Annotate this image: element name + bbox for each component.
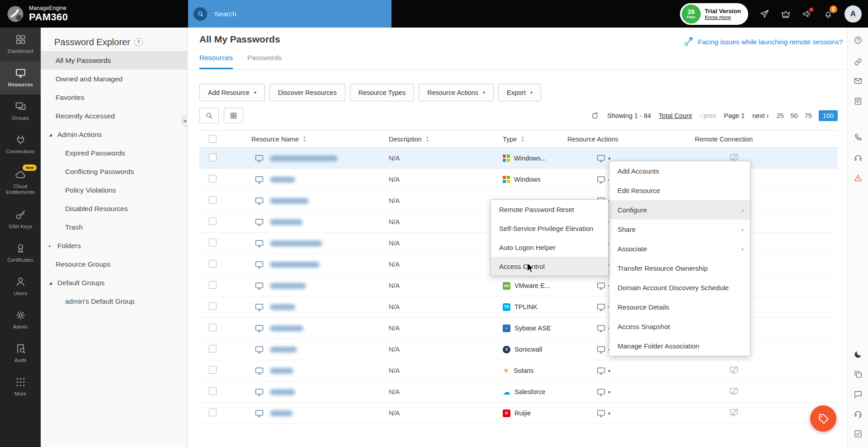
license-icon[interactable] [781,9,791,19]
tab-passwords[interactable]: Passwords [247,54,282,69]
row-checkbox[interactable] [209,154,217,161]
resource-name-redacted[interactable] [270,177,295,183]
notifications-icon[interactable]: 2 [823,9,833,19]
sidebar-item-folders[interactable]: ▸ Folders [41,236,187,255]
clipboard-icon[interactable] [854,97,863,106]
resource-actions-trigger[interactable]: ▾ [561,387,688,397]
resource-name-redacted[interactable] [270,304,295,310]
expand-triangle-icon[interactable]: ◢ [49,132,52,137]
resource-name-redacted[interactable] [270,347,297,353]
prev-page-button[interactable]: ‹prev [699,111,716,120]
row-checkbox[interactable] [209,175,217,183]
export-button[interactable]: Export ▾ [498,84,541,101]
resource-name-redacted[interactable] [270,283,306,289]
sidebar-item-default-groups[interactable]: ◢ Default Groups [41,273,187,292]
resource-actions-trigger[interactable]: ▾ [561,409,688,418]
menu-item-manage-folder-association[interactable]: Manage Folder Association [609,336,750,356]
menu-item-add-accounts[interactable]: Add Accounts [609,161,750,181]
page-size-75[interactable]: 75 [805,112,812,119]
card-view-button[interactable] [224,108,243,123]
resource-name-redacted[interactable] [270,262,320,268]
trial-know-more-link[interactable]: Know more [705,14,741,20]
menu-item-access-snapshot[interactable]: Access Snapshot [609,317,750,336]
phone-icon[interactable] [854,133,863,142]
add-resource-button[interactable]: Add Resource ▾ [199,84,265,101]
tab-resources[interactable]: Resources [199,54,233,69]
sidebar-item-recently-accessed[interactable]: Recently Accessed [41,107,187,125]
nav-item-certificates[interactable]: Certificates [0,236,41,270]
sidebar-item-trash[interactable]: Trash [41,218,187,236]
resource-name-redacted[interactable] [270,389,295,395]
resource-name-redacted[interactable] [270,240,322,246]
sidebar-item-expired-passwords[interactable]: Expired Passwords [41,144,187,162]
nav-item-users[interactable]: Users [0,270,41,303]
nav-item-dashboard[interactable]: Dashboard [0,28,41,61]
headset-mic-icon[interactable] [854,409,863,419]
link-icon[interactable] [854,57,863,66]
page-indicator[interactable]: Page 1 [724,112,745,119]
support-fab[interactable] [810,405,836,432]
nav-item-connections[interactable]: Connections [0,128,41,161]
sidebar-item-all-my-passwords[interactable]: All My Passwords [41,51,187,70]
checklist-icon[interactable] [854,429,863,438]
row-checkbox[interactable] [209,239,217,246]
page-size-25[interactable]: 25 [776,112,783,119]
column-resource-name[interactable]: Resource Name [251,136,299,143]
menu-item-resource-details[interactable]: Resource Details [609,297,750,317]
mail-icon[interactable] [854,76,863,85]
help-icon[interactable] [854,36,863,45]
expand-triangle-icon[interactable]: ▸ [49,244,51,248]
nav-item-groups[interactable]: Groups [0,94,41,128]
nav-item-audit[interactable]: Audit [0,337,41,370]
headset-icon[interactable] [854,153,863,162]
table-row[interactable]: N/A RRuijie ▾ [199,403,838,424]
total-count-link[interactable]: Total Count [659,112,692,119]
resource-actions-trigger[interactable]: ▾ [561,366,688,376]
launch-icon[interactable] [760,9,769,19]
sort-icon[interactable]: ▲▼ [521,136,524,142]
menu-item-associate[interactable]: Associate › [609,239,750,259]
page-size-50[interactable]: 50 [791,112,798,119]
nav-item-more[interactable]: More [0,370,41,404]
resource-name-redacted[interactable] [270,325,303,331]
menu-item-remote-password-reset[interactable]: Remote Password Reset [491,200,608,219]
select-all-checkbox[interactable] [209,135,217,143]
menu-item-self-service-privilege-elevation[interactable]: Self-Service Privilege Elevation [491,219,608,238]
moon-icon[interactable] [854,350,863,359]
row-checkbox[interactable] [209,302,217,310]
menu-item-share[interactable]: Share › [609,220,750,239]
sort-icon[interactable]: ▲▼ [303,136,306,142]
resource-name-redacted[interactable] [270,155,338,161]
chat-icon[interactable] [854,390,863,399]
column-type[interactable]: Type [503,136,517,143]
sort-icon[interactable]: ▲▼ [426,136,429,142]
menu-item-auto-logon-helper[interactable]: Auto Logon Helper [491,238,608,257]
global-search[interactable]: Search [188,0,392,28]
sidebar-item-owned-and-managed[interactable]: Owned and Managed [41,70,187,88]
trial-badge[interactable]: 28 Days Trial Version Know more [680,3,748,25]
row-checkbox[interactable] [209,196,217,204]
column-description[interactable]: Description [389,136,422,143]
page-size-100[interactable]: 100 [819,110,838,121]
row-checkbox[interactable] [209,281,217,289]
nav-item-cloud-entitlements[interactable]: Cloud Entitlements New [0,161,41,203]
menu-item-edit-resource[interactable]: Edit Resource [609,181,750,200]
resource-types-button[interactable]: Resource Types [350,84,415,101]
avatar[interactable]: A [844,5,862,23]
row-checkbox[interactable] [209,345,217,353]
sidebar-item-resource-groups[interactable]: Resource Groups [41,255,187,273]
nav-item-ssh-keys[interactable]: SSH Keys [0,203,41,236]
menu-item-domain-account-discovery-schedule[interactable]: Domain Account Discovery Schedule [609,278,750,297]
resource-name-redacted[interactable] [270,219,302,225]
sidebar-item-admin-actions[interactable]: ◢ Admin Actions [41,125,187,144]
alert-icon[interactable] [854,174,863,183]
row-checkbox[interactable] [209,217,217,225]
resource-name-redacted[interactable] [270,410,292,416]
sidebar-item-disabled-resources[interactable]: Disabled Resources [41,199,187,218]
resource-name-redacted[interactable] [270,368,293,374]
resource-name-redacted[interactable] [270,198,309,204]
discover-resources-button[interactable]: Discover Resources [269,84,345,101]
row-checkbox[interactable] [209,366,217,374]
nav-item-admin[interactable]: Admin [0,303,41,337]
refresh-icon[interactable] [590,111,599,120]
